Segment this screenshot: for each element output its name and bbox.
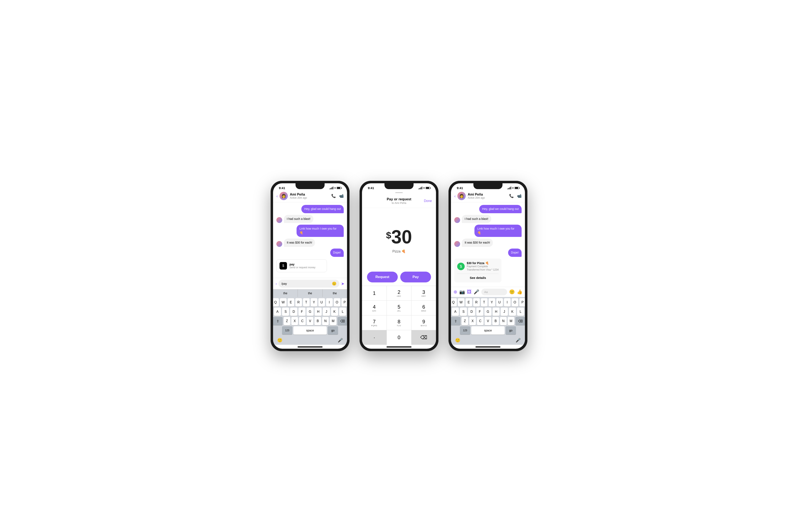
done-button-2[interactable]: Done (424, 199, 432, 203)
numpad-5-2[interactable]: 5 JKL (387, 301, 412, 315)
image-icon-3[interactable]: 🖼 (467, 289, 472, 295)
plus-icon-3[interactable]: ⊕ (453, 289, 457, 295)
emoji-bottom-icon-1[interactable]: 🙂 (277, 338, 282, 343)
numpad-delete-2[interactable]: ⌫ (412, 330, 436, 345)
message-input-3[interactable]: Aa (481, 289, 507, 295)
phone-call-icon-3[interactable]: 📞 (509, 194, 514, 198)
suggestion-1-2[interactable]: the (298, 289, 323, 297)
mic-bottom-icon-3[interactable]: 🎤 (516, 338, 521, 343)
pay-button-2[interactable]: Pay (400, 272, 431, 282)
key-d-1[interactable]: D (290, 308, 297, 316)
key-v-3[interactable]: V (484, 317, 491, 325)
suggestion-1-3[interactable]: the (323, 289, 347, 297)
key-t-3[interactable]: T (481, 298, 488, 306)
key-o-1[interactable]: O (334, 298, 340, 306)
key-go-1[interactable]: go (328, 326, 338, 335)
key-w-1[interactable]: W (280, 298, 287, 306)
key-u-1[interactable]: U (318, 298, 325, 306)
key-n-1[interactable]: N (322, 317, 329, 325)
key-b-3[interactable]: B (492, 317, 499, 325)
numpad-4-2[interactable]: 4 GHI (362, 301, 387, 315)
key-e-1[interactable]: E (288, 298, 294, 306)
key-p-1[interactable]: P (341, 298, 347, 306)
key-i-1[interactable]: I (326, 298, 333, 306)
mic-icon-3[interactable]: 🎤 (474, 289, 479, 295)
key-w-3[interactable]: W (458, 298, 464, 306)
key-delete-3[interactable]: ⌫ (515, 317, 525, 325)
key-j-1[interactable]: J (323, 308, 330, 316)
suggestion-1-1[interactable]: the (273, 289, 298, 297)
numpad-6-2[interactable]: 6 MNO (412, 301, 436, 315)
key-z-3[interactable]: Z (461, 317, 468, 325)
expand-icon-1[interactable]: › (276, 282, 277, 286)
key-h-3[interactable]: H (493, 308, 499, 316)
key-e-3[interactable]: E (466, 298, 472, 306)
key-k-3[interactable]: K (509, 308, 516, 316)
key-v-1[interactable]: V (307, 317, 314, 325)
numpad-7-2[interactable]: 7 PQRS (362, 316, 387, 330)
numpad-9-2[interactable]: 9 WXYZ (412, 316, 436, 330)
key-123-3[interactable]: 123 (460, 326, 470, 335)
numpad-8-2[interactable]: 8 TUV (387, 316, 412, 330)
camera-icon-3[interactable]: 📷 (459, 289, 465, 295)
key-123-1[interactable]: 123 (282, 326, 292, 335)
key-shift-3[interactable]: ⇧ (451, 317, 460, 325)
key-y-1[interactable]: Y (311, 298, 317, 306)
key-k-1[interactable]: K (331, 308, 338, 316)
key-h-1[interactable]: H (315, 308, 322, 316)
key-shift-1[interactable]: ⇧ (273, 317, 283, 325)
key-o-3[interactable]: O (512, 298, 518, 306)
key-l-3[interactable]: L (517, 308, 524, 316)
key-y-3[interactable]: Y (489, 298, 495, 306)
key-c-1[interactable]: C (299, 317, 306, 325)
video-call-icon-3[interactable]: 📹 (517, 194, 521, 198)
mic-bottom-icon-1[interactable]: 🎤 (338, 338, 343, 343)
key-c-3[interactable]: C (477, 317, 483, 325)
key-s-3[interactable]: S (460, 308, 467, 316)
video-call-icon-1[interactable]: 📹 (339, 194, 344, 198)
emoji-icon-1[interactable]: 🙂 (332, 281, 337, 286)
key-g-1[interactable]: G (306, 308, 314, 316)
key-n-3[interactable]: N (500, 317, 507, 325)
key-b-1[interactable]: B (315, 317, 321, 325)
send-button-1[interactable]: ➤ (341, 281, 345, 286)
key-r-1[interactable]: R (295, 298, 302, 306)
thumbsup-icon-3[interactable]: 👍 (517, 289, 522, 295)
key-u-3[interactable]: U (496, 298, 503, 306)
key-a-3[interactable]: A (452, 308, 459, 316)
numpad-3-2[interactable]: 3 DEF (412, 286, 436, 301)
key-z-1[interactable]: Z (284, 317, 290, 325)
key-go-3[interactable]: go (506, 326, 516, 335)
key-space-3[interactable]: space (471, 326, 505, 335)
key-g-3[interactable]: G (484, 308, 492, 316)
key-d-3[interactable]: D (468, 308, 475, 316)
key-p-3[interactable]: P (519, 298, 525, 306)
key-a-1[interactable]: A (274, 308, 281, 316)
key-s-1[interactable]: S (282, 308, 289, 316)
pay-card-1[interactable]: $ pay Send or request money (277, 259, 327, 272)
numpad-2-2[interactable]: 2 ABC (387, 286, 412, 301)
key-f-1[interactable]: F (299, 308, 305, 316)
key-l-1[interactable]: L (339, 308, 346, 316)
emoji-bottom-icon-3[interactable]: 🙂 (455, 338, 460, 343)
key-space-1[interactable]: space (293, 326, 327, 335)
key-q-3[interactable]: Q (451, 298, 457, 306)
key-delete-1[interactable]: ⌫ (338, 317, 347, 325)
key-m-3[interactable]: M (508, 317, 514, 325)
key-t-1[interactable]: T (303, 298, 310, 306)
key-q-1[interactable]: Q (273, 298, 279, 306)
request-button-2[interactable]: Request (367, 272, 398, 282)
back-button-1[interactable]: ‹ (277, 194, 278, 198)
emoji-icon-3[interactable]: 🙂 (509, 289, 515, 295)
numpad-0-2[interactable]: 0 (387, 330, 412, 345)
key-j-3[interactable]: J (501, 308, 508, 316)
key-i-3[interactable]: I (504, 298, 511, 306)
key-x-3[interactable]: X (469, 317, 476, 325)
key-r-3[interactable]: R (473, 298, 480, 306)
numpad-1-2[interactable]: 1 (362, 286, 387, 301)
payment-complete-card-3[interactable]: $ $30 for Pizza 🍕 Payment Complete Trans… (454, 259, 501, 283)
phone-call-icon-1[interactable]: 📞 (331, 194, 336, 198)
numpad-dot-2[interactable]: · (362, 330, 387, 345)
message-input-field-1[interactable]: /pay 🙂 (279, 280, 339, 288)
key-x-1[interactable]: X (291, 317, 298, 325)
